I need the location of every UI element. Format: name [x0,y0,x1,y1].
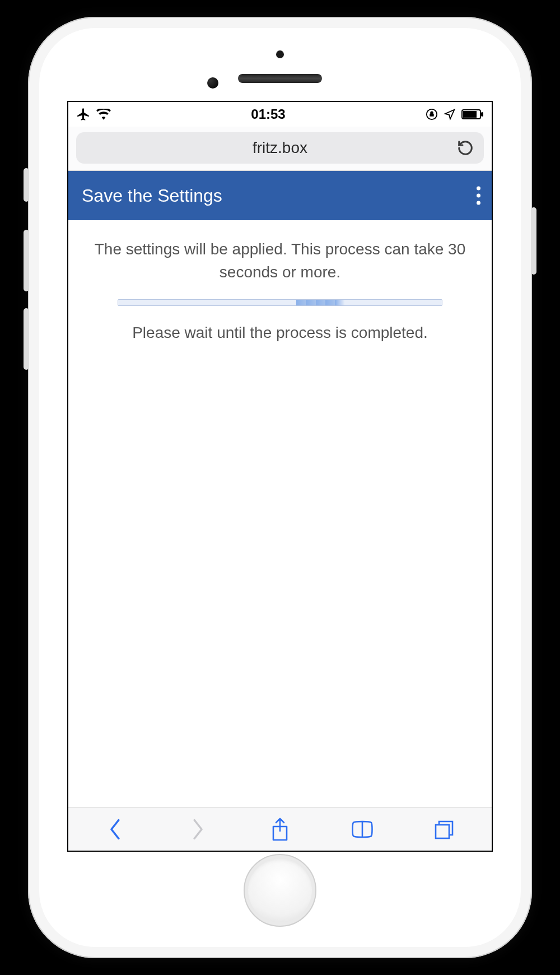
share-button[interactable] [267,816,293,843]
power-button [531,207,536,275]
wifi-icon [96,109,111,120]
phone-frame: 01:53 fritz.box [28,17,532,958]
address-text: fritz.box [253,139,307,157]
wait-message: Please wait until the process is complet… [82,322,478,345]
top-sensor-area [39,28,521,101]
front-camera-icon [207,77,218,89]
bookmarks-button[interactable] [349,816,376,843]
address-bar[interactable]: fritz.box [76,132,484,164]
page-title: Save the Settings [82,185,222,206]
kebab-dot-icon [477,187,480,191]
airplane-mode-icon [76,107,91,122]
volume-up-button [24,230,29,291]
kebab-dot-icon [477,194,480,198]
back-button[interactable] [102,816,129,843]
reload-button[interactable] [457,140,474,156]
battery-icon [461,109,484,119]
progress-bar [118,299,443,306]
kebab-dot-icon [477,201,480,205]
svg-rect-3 [481,112,483,117]
volume-down-button [24,308,29,370]
svg-rect-2 [463,111,477,118]
menu-button[interactable] [477,187,480,205]
status-time: 01:53 [251,106,285,122]
status-bar: 01:53 [68,102,492,127]
address-bar-container: fritz.box [68,127,492,171]
orientation-lock-icon [426,108,438,120]
app-header: Save the Settings [68,171,492,220]
camera-icon [276,50,284,58]
page-content: The settings will be applied. This proce… [68,220,492,807]
phone-bezel: 01:53 fritz.box [39,28,521,947]
phone-screen: 01:53 fritz.box [67,101,493,852]
location-icon [444,108,456,120]
tabs-button[interactable] [431,816,458,843]
home-button[interactable] [244,854,316,927]
svg-rect-5 [436,825,449,838]
earpiece-speaker-icon [238,74,322,83]
status-message: The settings will be applied. This proce… [82,238,478,284]
mute-switch [24,168,29,202]
browser-toolbar [68,807,492,851]
forward-button[interactable] [184,816,211,843]
